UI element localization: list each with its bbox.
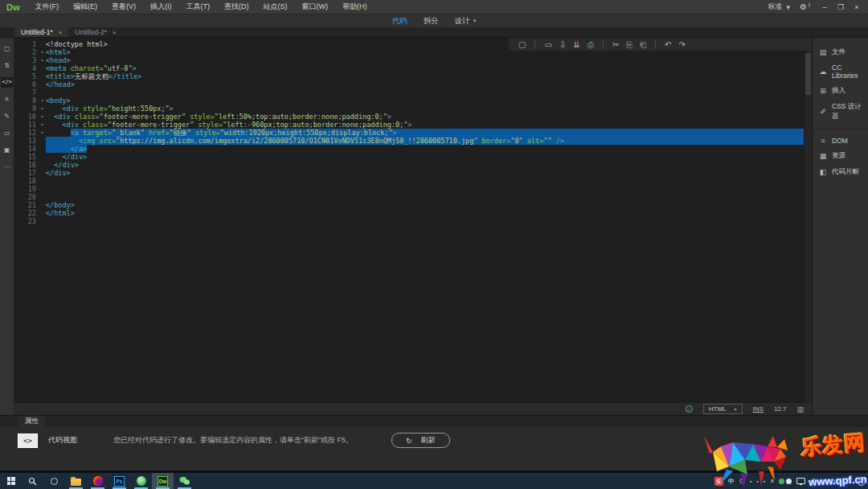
code-line[interactable]: 17</div> <box>14 169 804 177</box>
tab-untitled-2[interactable]: Untitled-2*× <box>68 27 122 37</box>
notification-badge[interactable]: 1 <box>857 477 866 486</box>
photoshop[interactable]: Ps <box>108 473 130 489</box>
code-line[interactable]: 10▾ <div class="footer-more-trigger" sty… <box>14 113 804 121</box>
split-view-tab[interactable]: 拆分 <box>424 16 439 27</box>
network-icon[interactable] <box>796 478 805 484</box>
panel-css-designer[interactable]: ✐CSS 设计器 <box>813 99 868 125</box>
menu-item[interactable]: 站点(S) <box>256 2 295 12</box>
paste-icon[interactable]: ⎗ <box>640 39 646 51</box>
language-indicator[interactable]: 中 <box>728 477 735 486</box>
green-browser[interactable] <box>130 473 152 489</box>
syntax-selector[interactable]: HTML ▾ <box>703 404 743 414</box>
code-line[interactable]: 7 <box>14 88 804 97</box>
code-line[interactable]: 4<meta charset="utf-8"> <box>14 64 804 72</box>
undo-icon[interactable]: ↶ <box>665 39 671 51</box>
design-view-tab[interactable]: 设计▾ <box>455 16 477 27</box>
fold-arrow-icon[interactable]: ▾ <box>39 97 46 105</box>
tray-expand-icon[interactable]: ∧ <box>770 478 774 484</box>
code-line[interactable]: 6</head> <box>14 80 804 88</box>
copy-icon[interactable]: ⎘ <box>626 39 633 51</box>
edit-icon[interactable]: ✎ <box>1 111 13 121</box>
fold-arrow-icon[interactable]: ▾ <box>39 121 46 129</box>
panel-files[interactable]: ▤文件 <box>813 44 868 60</box>
menu-item[interactable]: 查看(V) <box>104 2 143 12</box>
menu-item[interactable]: 查找(D) <box>217 2 256 12</box>
menu-item[interactable]: 窗口(W) <box>295 2 336 12</box>
panel-insert[interactable]: ⊞插入 <box>813 83 868 99</box>
fold-arrow-icon[interactable]: ▾ <box>39 113 46 121</box>
refresh-button[interactable]: ↻ 刷新 <box>391 433 450 448</box>
tray-app-icon[interactable]: ▪ <box>756 479 758 484</box>
cut-icon[interactable]: ✂ <box>612 39 619 51</box>
code-line[interactable]: 12▾ <a target="_blank" href="链接" style="… <box>14 129 804 137</box>
code-line[interactable]: 14 </a> <box>14 145 804 153</box>
speaker-icon[interactable] <box>810 477 818 485</box>
dreamweaver[interactable]: Dw <box>152 473 174 489</box>
panel-cc-libraries[interactable]: ☁CC Libraries <box>813 60 868 83</box>
cortana-button[interactable] <box>43 473 65 489</box>
firefox[interactable] <box>87 473 108 489</box>
fold-arrow-icon[interactable]: ▾ <box>39 56 46 64</box>
quiet-hours-icon[interactable]: ☾ <box>739 478 745 485</box>
code-view[interactable]: 1<!doctype html>2▾<html>3▾<head>4<meta c… <box>14 40 804 402</box>
menu-item[interactable]: 文件(F) <box>28 2 67 12</box>
fold-arrow-icon[interactable]: ▾ <box>39 48 46 56</box>
open-documents-icon[interactable]: ▢ <box>1 43 13 54</box>
code-line[interactable]: 19 <box>14 185 804 193</box>
code-line[interactable]: 22</html> <box>14 209 804 217</box>
code-line[interactable]: 21</body> <box>14 201 804 209</box>
tray-app-icon[interactable]: ▪ <box>764 479 765 484</box>
restore-button[interactable]: ❐ <box>833 3 849 11</box>
code-line[interactable]: 3▾<head> <box>14 56 804 64</box>
panel-dom[interactable]: ≡DOM <box>813 134 868 148</box>
menu-item[interactable]: 编辑(E) <box>66 2 104 12</box>
save-icon[interactable]: ⇩ <box>559 39 566 51</box>
menu-item[interactable]: 帮助(H) <box>335 2 375 12</box>
open-icon[interactable]: ▭ <box>544 39 551 51</box>
device-preview-icon[interactable]: ▥ <box>796 405 804 413</box>
close-tab-icon[interactable]: × <box>59 29 63 36</box>
tab-untitled-1[interactable]: Untitled-1*× <box>14 27 68 37</box>
code-line[interactable]: 23 <box>14 217 804 225</box>
code-line[interactable]: 20 <box>14 193 804 201</box>
code-line[interactable]: 5<title>无标题文档</title> <box>14 72 804 80</box>
wechat[interactable] <box>174 473 195 489</box>
print-icon[interactable]: ⎙ <box>588 39 594 51</box>
new-file-icon[interactable]: ▢ <box>518 39 526 51</box>
fold-arrow-icon[interactable]: ▾ <box>39 105 46 113</box>
save-all-icon[interactable]: ⇊ <box>573 39 579 51</box>
panel-snippets[interactable]: ◧代码片断 <box>813 164 868 180</box>
close-button[interactable]: × <box>849 3 865 11</box>
code-line[interactable]: 16 </div> <box>14 161 804 169</box>
sync-settings-icon[interactable]: ⚙! <box>800 2 807 11</box>
properties-tab[interactable]: 属性 <box>18 416 46 427</box>
comment-icon[interactable]: ▭ <box>1 128 13 138</box>
start-button[interactable] <box>0 473 22 489</box>
code-view-button[interactable]: <> <box>18 434 38 448</box>
minimize-button[interactable]: – <box>817 3 833 11</box>
white-dot-icon[interactable] <box>786 479 792 484</box>
code-view-icon[interactable]: </> <box>1 77 13 88</box>
code-comment-icon[interactable]: ▣ <box>1 145 13 155</box>
scrollbar[interactable] <box>804 51 812 402</box>
green-dot-icon[interactable] <box>779 479 784 484</box>
redo-icon[interactable]: ↷ <box>678 39 685 51</box>
menu-item[interactable]: 插入(I) <box>143 2 179 12</box>
code-view-tab[interactable]: 代码 <box>392 16 407 27</box>
sogou-input-icon[interactable]: S <box>714 477 723 486</box>
menu-item[interactable]: 工具(T) <box>179 2 218 12</box>
tag-tree-icon[interactable]: ✳ <box>1 94 13 105</box>
panel-assets[interactable]: ▦资源 <box>813 148 868 164</box>
more-tools-icon[interactable]: ⋯ <box>1 162 13 172</box>
search-button[interactable] <box>22 473 43 489</box>
scrollbar-thumb[interactable] <box>805 53 811 95</box>
tray-app-icon[interactable]: ▪ <box>750 479 751 484</box>
workspace-switcher[interactable]: 标准 ▾ <box>768 2 791 12</box>
code-line[interactable]: 18 <box>14 177 804 185</box>
code-line[interactable]: 15 </div> <box>14 153 804 161</box>
code-line[interactable]: 11▾ <div class="footer-more-trigger" sty… <box>14 121 804 129</box>
clock-date[interactable]: 2020/6/29 <box>823 478 852 485</box>
fold-arrow-icon[interactable]: ▾ <box>39 129 46 137</box>
code-line[interactable]: 8▾<body> <box>14 97 804 105</box>
insert-mode-indicator[interactable]: INS <box>753 405 764 413</box>
